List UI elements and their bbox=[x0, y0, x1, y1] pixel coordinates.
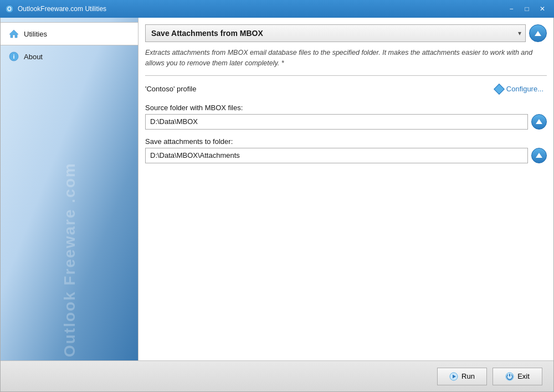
main-window: Utilities i About Outlook Freeware .com bbox=[0, 18, 554, 392]
sidebar: Utilities i About Outlook Freeware .com bbox=[1, 18, 138, 360]
content-area: Utilities i About Outlook Freeware .com bbox=[1, 18, 553, 360]
sidebar-utilities-label: Utilities bbox=[24, 30, 47, 38]
main-panel: Save Attachments from MBOX ▾ Extracts at… bbox=[138, 18, 553, 360]
bottom-bar: Run Exit bbox=[1, 360, 553, 391]
sidebar-item-about[interactable]: i About bbox=[1, 45, 138, 68]
configure-label: Configure... bbox=[506, 85, 543, 93]
svg-rect-8 bbox=[509, 374, 510, 376]
exit-label: Exit bbox=[517, 372, 530, 380]
arrow-up-icon bbox=[535, 31, 541, 36]
run-button[interactable]: Run bbox=[437, 368, 487, 385]
exit-button[interactable]: Exit bbox=[493, 368, 542, 385]
source-folder-browse-button[interactable] bbox=[531, 114, 547, 130]
svg-text:O: O bbox=[7, 6, 12, 12]
svg-marker-2 bbox=[9, 30, 18, 38]
exit-icon bbox=[505, 372, 514, 381]
utility-description: Extracts attachments from MBOX email dat… bbox=[145, 48, 547, 76]
configure-icon bbox=[495, 85, 504, 94]
save-folder-group: Save attachments to folder: bbox=[145, 137, 547, 163]
sidebar-item-utilities[interactable]: Utilities bbox=[1, 22, 138, 45]
source-folder-input[interactable] bbox=[145, 114, 528, 130]
upload-button[interactable] bbox=[529, 24, 547, 42]
run-label: Run bbox=[461, 372, 475, 380]
profile-row: 'Contoso' profile Configure... bbox=[145, 82, 547, 96]
save-folder-up-icon bbox=[536, 153, 542, 158]
source-folder-group: Source folder with MBOX files: bbox=[145, 104, 547, 130]
close-button[interactable]: ✕ bbox=[535, 3, 550, 14]
info-icon: i bbox=[8, 51, 19, 62]
window-controls: − □ ✕ bbox=[504, 3, 550, 14]
dropdown-row: Save Attachments from MBOX ▾ bbox=[145, 24, 547, 42]
window-title: OutlookFreeware.com Utilities bbox=[18, 5, 504, 13]
sidebar-watermark: Outlook Freeware .com bbox=[61, 191, 79, 357]
home-icon bbox=[8, 28, 19, 39]
sidebar-nav: Utilities i About bbox=[1, 18, 138, 72]
utility-select[interactable]: Save Attachments from MBOX bbox=[145, 24, 526, 42]
source-folder-label: Source folder with MBOX files: bbox=[145, 104, 547, 112]
source-folder-row bbox=[145, 114, 547, 130]
save-folder-row bbox=[145, 148, 547, 163]
title-bar: O OutlookFreeware.com Utilities − □ ✕ bbox=[0, 0, 554, 18]
configure-button[interactable]: Configure... bbox=[491, 82, 547, 96]
save-folder-input[interactable] bbox=[145, 148, 528, 163]
sidebar-about-label: About bbox=[24, 53, 43, 61]
folder-up-icon bbox=[536, 119, 542, 124]
profile-label: 'Contoso' profile bbox=[145, 85, 196, 93]
app-icon: O bbox=[4, 4, 14, 14]
maximize-button[interactable]: □ bbox=[520, 3, 534, 14]
minimize-button[interactable]: − bbox=[504, 3, 519, 14]
save-folder-label: Save attachments to folder: bbox=[145, 137, 547, 146]
run-icon bbox=[449, 372, 458, 381]
svg-text:i: i bbox=[13, 53, 14, 60]
utility-dropdown-container[interactable]: Save Attachments from MBOX ▾ bbox=[145, 24, 526, 42]
save-folder-browse-button[interactable] bbox=[531, 148, 547, 163]
